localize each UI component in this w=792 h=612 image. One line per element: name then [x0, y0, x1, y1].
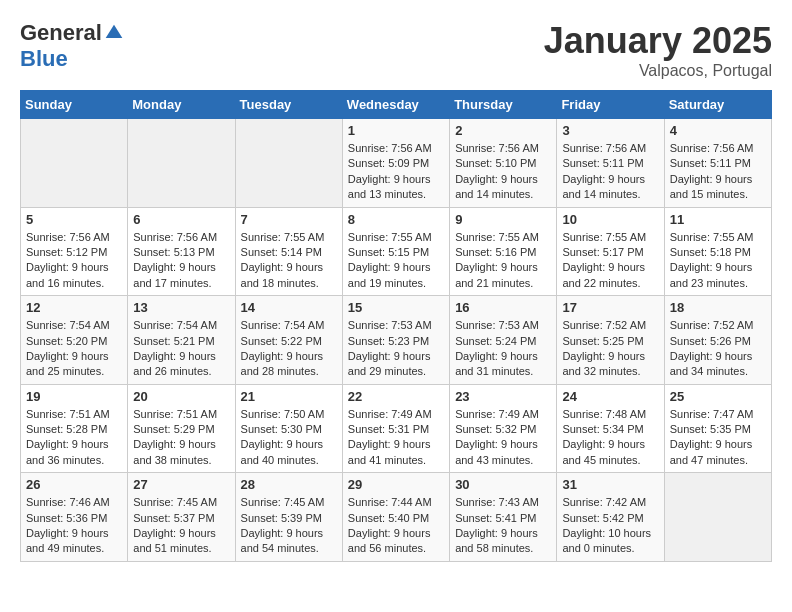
calendar-cell: 6Sunrise: 7:56 AMSunset: 5:13 PMDaylight… [128, 207, 235, 296]
day-number: 5 [26, 212, 122, 227]
calendar-cell: 9Sunrise: 7:55 AMSunset: 5:16 PMDaylight… [450, 207, 557, 296]
sunrise-text: Sunrise: 7:54 AM [241, 318, 337, 333]
day-number: 10 [562, 212, 658, 227]
sunrise-text: Sunrise: 7:45 AM [241, 495, 337, 510]
sunset-text: Sunset: 5:25 PM [562, 334, 658, 349]
calendar-cell [235, 119, 342, 208]
day-number: 14 [241, 300, 337, 315]
day-number: 21 [241, 389, 337, 404]
daylight-text: Daylight: 9 hours and 26 minutes. [133, 349, 229, 380]
day-number: 29 [348, 477, 444, 492]
sunrise-text: Sunrise: 7:45 AM [133, 495, 229, 510]
day-info: Sunrise: 7:49 AMSunset: 5:31 PMDaylight:… [348, 407, 444, 469]
sunset-text: Sunset: 5:22 PM [241, 334, 337, 349]
day-info: Sunrise: 7:55 AMSunset: 5:17 PMDaylight:… [562, 230, 658, 292]
header-thursday: Thursday [450, 91, 557, 119]
calendar-cell: 30Sunrise: 7:43 AMSunset: 5:41 PMDayligh… [450, 473, 557, 562]
day-number: 19 [26, 389, 122, 404]
logo-blue: Blue [20, 46, 68, 72]
day-number: 11 [670, 212, 766, 227]
sunrise-text: Sunrise: 7:52 AM [562, 318, 658, 333]
sunrise-text: Sunrise: 7:56 AM [348, 141, 444, 156]
title-area: January 2025 Valpacos, Portugal [544, 20, 772, 80]
month-title: January 2025 [544, 20, 772, 62]
day-info: Sunrise: 7:56 AMSunset: 5:13 PMDaylight:… [133, 230, 229, 292]
sunrise-text: Sunrise: 7:51 AM [133, 407, 229, 422]
sunset-text: Sunset: 5:13 PM [133, 245, 229, 260]
calendar-week-4: 26Sunrise: 7:46 AMSunset: 5:36 PMDayligh… [21, 473, 772, 562]
calendar-cell: 24Sunrise: 7:48 AMSunset: 5:34 PMDayligh… [557, 384, 664, 473]
day-info: Sunrise: 7:52 AMSunset: 5:25 PMDaylight:… [562, 318, 658, 380]
daylight-text: Daylight: 9 hours and 49 minutes. [26, 526, 122, 557]
header-saturday: Saturday [664, 91, 771, 119]
daylight-text: Daylight: 9 hours and 23 minutes. [670, 260, 766, 291]
logo: General Blue [20, 20, 124, 72]
calendar-cell: 22Sunrise: 7:49 AMSunset: 5:31 PMDayligh… [342, 384, 449, 473]
calendar-cell: 31Sunrise: 7:42 AMSunset: 5:42 PMDayligh… [557, 473, 664, 562]
sunrise-text: Sunrise: 7:56 AM [670, 141, 766, 156]
day-number: 2 [455, 123, 551, 138]
sunrise-text: Sunrise: 7:47 AM [670, 407, 766, 422]
calendar-cell: 12Sunrise: 7:54 AMSunset: 5:20 PMDayligh… [21, 296, 128, 385]
daylight-text: Daylight: 9 hours and 14 minutes. [455, 172, 551, 203]
daylight-text: Daylight: 9 hours and 18 minutes. [241, 260, 337, 291]
day-info: Sunrise: 7:54 AMSunset: 5:21 PMDaylight:… [133, 318, 229, 380]
sunrise-text: Sunrise: 7:50 AM [241, 407, 337, 422]
calendar-cell: 2Sunrise: 7:56 AMSunset: 5:10 PMDaylight… [450, 119, 557, 208]
sunset-text: Sunset: 5:20 PM [26, 334, 122, 349]
sunset-text: Sunset: 5:18 PM [670, 245, 766, 260]
sunset-text: Sunset: 5:16 PM [455, 245, 551, 260]
day-info: Sunrise: 7:56 AMSunset: 5:09 PMDaylight:… [348, 141, 444, 203]
day-info: Sunrise: 7:48 AMSunset: 5:34 PMDaylight:… [562, 407, 658, 469]
sunset-text: Sunset: 5:40 PM [348, 511, 444, 526]
day-info: Sunrise: 7:55 AMSunset: 5:18 PMDaylight:… [670, 230, 766, 292]
sunrise-text: Sunrise: 7:42 AM [562, 495, 658, 510]
calendar-cell: 15Sunrise: 7:53 AMSunset: 5:23 PMDayligh… [342, 296, 449, 385]
day-info: Sunrise: 7:56 AMSunset: 5:12 PMDaylight:… [26, 230, 122, 292]
sunset-text: Sunset: 5:29 PM [133, 422, 229, 437]
sunset-text: Sunset: 5:14 PM [241, 245, 337, 260]
sunrise-text: Sunrise: 7:56 AM [26, 230, 122, 245]
calendar-week-2: 12Sunrise: 7:54 AMSunset: 5:20 PMDayligh… [21, 296, 772, 385]
daylight-text: Daylight: 9 hours and 54 minutes. [241, 526, 337, 557]
calendar-cell: 28Sunrise: 7:45 AMSunset: 5:39 PMDayligh… [235, 473, 342, 562]
daylight-text: Daylight: 9 hours and 58 minutes. [455, 526, 551, 557]
day-number: 18 [670, 300, 766, 315]
sunset-text: Sunset: 5:28 PM [26, 422, 122, 437]
day-info: Sunrise: 7:54 AMSunset: 5:22 PMDaylight:… [241, 318, 337, 380]
calendar-cell: 16Sunrise: 7:53 AMSunset: 5:24 PMDayligh… [450, 296, 557, 385]
daylight-text: Daylight: 9 hours and 40 minutes. [241, 437, 337, 468]
day-info: Sunrise: 7:51 AMSunset: 5:28 PMDaylight:… [26, 407, 122, 469]
sunset-text: Sunset: 5:12 PM [26, 245, 122, 260]
daylight-text: Daylight: 9 hours and 19 minutes. [348, 260, 444, 291]
calendar-cell: 3Sunrise: 7:56 AMSunset: 5:11 PMDaylight… [557, 119, 664, 208]
calendar-cell: 7Sunrise: 7:55 AMSunset: 5:14 PMDaylight… [235, 207, 342, 296]
day-number: 12 [26, 300, 122, 315]
svg-marker-0 [106, 25, 123, 38]
sunrise-text: Sunrise: 7:56 AM [133, 230, 229, 245]
sunset-text: Sunset: 5:09 PM [348, 156, 444, 171]
daylight-text: Daylight: 9 hours and 34 minutes. [670, 349, 766, 380]
sunrise-text: Sunrise: 7:49 AM [455, 407, 551, 422]
calendar-cell: 10Sunrise: 7:55 AMSunset: 5:17 PMDayligh… [557, 207, 664, 296]
sunset-text: Sunset: 5:31 PM [348, 422, 444, 437]
calendar-cell: 11Sunrise: 7:55 AMSunset: 5:18 PMDayligh… [664, 207, 771, 296]
day-info: Sunrise: 7:53 AMSunset: 5:24 PMDaylight:… [455, 318, 551, 380]
daylight-text: Daylight: 9 hours and 41 minutes. [348, 437, 444, 468]
day-number: 30 [455, 477, 551, 492]
sunrise-text: Sunrise: 7:53 AM [348, 318, 444, 333]
day-info: Sunrise: 7:45 AMSunset: 5:37 PMDaylight:… [133, 495, 229, 557]
calendar-cell: 14Sunrise: 7:54 AMSunset: 5:22 PMDayligh… [235, 296, 342, 385]
sunset-text: Sunset: 5:23 PM [348, 334, 444, 349]
day-info: Sunrise: 7:50 AMSunset: 5:30 PMDaylight:… [241, 407, 337, 469]
sunrise-text: Sunrise: 7:52 AM [670, 318, 766, 333]
daylight-text: Daylight: 9 hours and 31 minutes. [455, 349, 551, 380]
day-number: 6 [133, 212, 229, 227]
header-wednesday: Wednesday [342, 91, 449, 119]
daylight-text: Daylight: 9 hours and 14 minutes. [562, 172, 658, 203]
daylight-text: Daylight: 9 hours and 32 minutes. [562, 349, 658, 380]
daylight-text: Daylight: 9 hours and 16 minutes. [26, 260, 122, 291]
day-info: Sunrise: 7:56 AMSunset: 5:10 PMDaylight:… [455, 141, 551, 203]
header-sunday: Sunday [21, 91, 128, 119]
day-number: 31 [562, 477, 658, 492]
